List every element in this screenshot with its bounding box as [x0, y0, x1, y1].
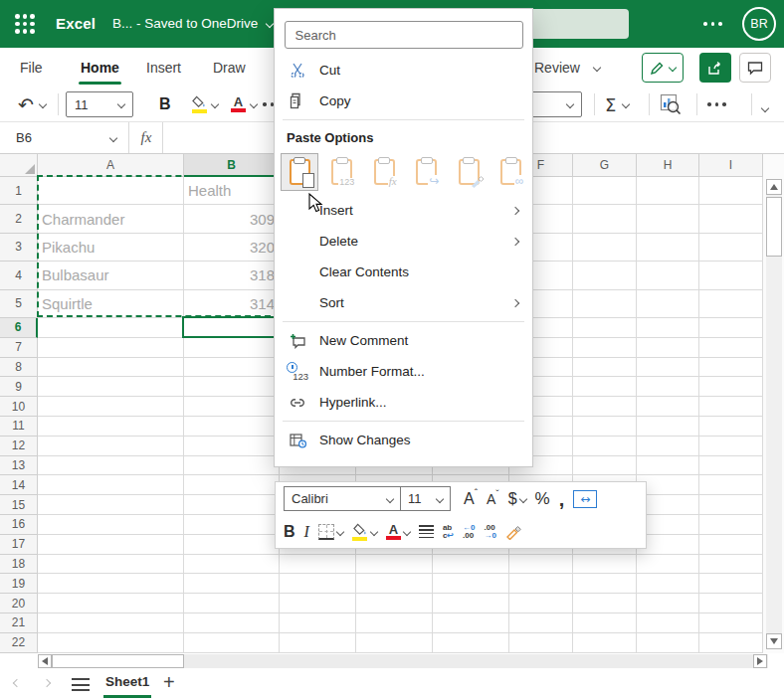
cell-G9[interactable] [573, 377, 637, 397]
cell-D22[interactable] [356, 633, 433, 653]
accounting-format-button[interactable]: $ [508, 490, 526, 508]
menu-item-delete[interactable]: Delete [275, 226, 532, 257]
cell-F21[interactable] [509, 613, 573, 633]
scroll-up-button[interactable] [766, 179, 782, 195]
font-color-chevron-icon[interactable] [250, 100, 258, 108]
cell-A14[interactable] [38, 475, 184, 495]
cell-I19[interactable] [699, 574, 763, 594]
cell-B6[interactable] [184, 318, 280, 338]
ribbon-more-icon[interactable] [707, 88, 726, 121]
mini-format-painter-button[interactable] [505, 523, 523, 540]
cell-A8[interactable] [38, 358, 184, 378]
cell-H11[interactable] [637, 417, 699, 437]
cell-B4[interactable]: 318 [184, 262, 280, 289]
cell-B15[interactable] [184, 495, 280, 515]
percent-style-button[interactable]: % [535, 489, 550, 509]
cell-A5[interactable]: Squirtle [38, 290, 184, 318]
cell-A18[interactable] [38, 555, 184, 575]
paste-formulas-button[interactable]: fx [363, 159, 406, 185]
cell-G10[interactable] [573, 397, 637, 417]
cell-A6[interactable] [38, 318, 184, 338]
bold-button[interactable]: B [159, 95, 171, 113]
column-header-A[interactable]: A [38, 154, 184, 177]
cell-G5[interactable] [573, 290, 637, 318]
undo-icon[interactable]: ↶ [18, 95, 34, 114]
cell-H2[interactable] [637, 205, 699, 233]
editing-mode-button[interactable] [642, 53, 684, 83]
cell-H19[interactable] [637, 574, 699, 594]
cell-E21[interactable] [433, 613, 509, 633]
cell-A12[interactable] [38, 437, 184, 456]
cell-H22[interactable] [637, 633, 699, 653]
cell-B13[interactable] [184, 456, 280, 476]
cell-A9[interactable] [38, 377, 184, 397]
menu-item-cut[interactable]: Cut [275, 55, 532, 86]
doc-title[interactable]: B... - Saved to OneDrive [112, 16, 273, 31]
cell-E18[interactable] [433, 555, 509, 575]
cell-H4[interactable] [637, 262, 699, 289]
cell-I8[interactable] [699, 358, 763, 378]
cell-A2[interactable]: Charmander [38, 205, 184, 233]
row-header-8[interactable]: 8 [0, 358, 38, 378]
undo-chevron-icon[interactable] [39, 100, 47, 108]
shrink-font-button[interactable]: Aˇ [487, 491, 499, 507]
menu-item-insert[interactable]: Insert [275, 195, 532, 226]
cell-A11[interactable] [38, 417, 184, 437]
grow-font-button[interactable]: Aˆ [464, 490, 478, 508]
menu-item-show-changes[interactable]: Show Changes [275, 425, 532, 455]
previous-sheet-icon[interactable] [13, 679, 21, 687]
menu-item-sort[interactable]: Sort [275, 287, 532, 318]
menu-item-hyperlink[interactable]: Hyperlink... [275, 387, 532, 418]
cell-G6[interactable] [573, 318, 637, 338]
add-sheet-button[interactable]: + [163, 671, 175, 694]
row-header-19[interactable]: 19 [0, 574, 38, 594]
cell-G4[interactable] [573, 262, 637, 289]
tab-file[interactable]: File [20, 48, 43, 88]
row-header-21[interactable]: 21 [0, 613, 38, 633]
cell-A10[interactable] [38, 397, 184, 417]
cell-G19[interactable] [573, 574, 637, 594]
cell-I1[interactable] [699, 177, 763, 205]
cell-I9[interactable] [699, 377, 763, 397]
cell-E22[interactable] [433, 633, 509, 653]
menu-item-clear-contents[interactable]: Clear Contents [275, 257, 532, 287]
row-header-6[interactable]: 6 [0, 318, 38, 338]
cell-I3[interactable] [699, 234, 763, 262]
mini-font-color-button[interactable]: A [386, 524, 410, 540]
row-header-11[interactable]: 11 [0, 417, 38, 437]
search-pill[interactable] [517, 9, 629, 39]
cell-B7[interactable] [184, 338, 280, 358]
cell-F22[interactable] [509, 633, 573, 653]
cell-I10[interactable] [699, 397, 763, 417]
mini-increase-decimal-button[interactable]: .00→0 [485, 524, 496, 540]
cell-B22[interactable] [184, 633, 280, 653]
tab-review[interactable]: Review [534, 48, 580, 88]
mini-wrap-text-button[interactable]: abc↩ [443, 524, 454, 540]
cell-I22[interactable] [699, 633, 763, 653]
cell-I6[interactable] [699, 318, 763, 338]
cell-D19[interactable] [356, 574, 433, 594]
cell-G8[interactable] [573, 358, 637, 378]
cell-F19[interactable] [509, 574, 573, 594]
more-options-icon[interactable] [703, 22, 722, 26]
cell-E19[interactable] [433, 574, 509, 594]
column-header-B[interactable]: B [184, 154, 280, 177]
cell-C22[interactable] [280, 633, 356, 653]
app-launcher-icon[interactable] [15, 14, 35, 34]
cell-B21[interactable] [184, 613, 280, 633]
share-button[interactable] [699, 53, 731, 83]
cell-A19[interactable] [38, 574, 184, 594]
all-sheets-icon[interactable] [72, 678, 90, 691]
sheet-tab-sheet1[interactable]: Sheet1 [105, 674, 149, 689]
cell-H10[interactable] [637, 397, 699, 417]
cell-H21[interactable] [637, 613, 699, 633]
cell-G20[interactable] [573, 594, 637, 613]
row-header-5[interactable]: 5 [0, 290, 38, 318]
cell-B3[interactable]: 320 [184, 234, 280, 262]
cell-B20[interactable] [184, 594, 280, 613]
autosum-button[interactable]: Σ [605, 94, 616, 115]
cell-E20[interactable] [433, 594, 509, 613]
row-header-22[interactable]: 22 [0, 633, 38, 653]
cell-A4[interactable]: Bulbasaur [38, 262, 184, 289]
row-header-17[interactable]: 17 [0, 535, 38, 555]
